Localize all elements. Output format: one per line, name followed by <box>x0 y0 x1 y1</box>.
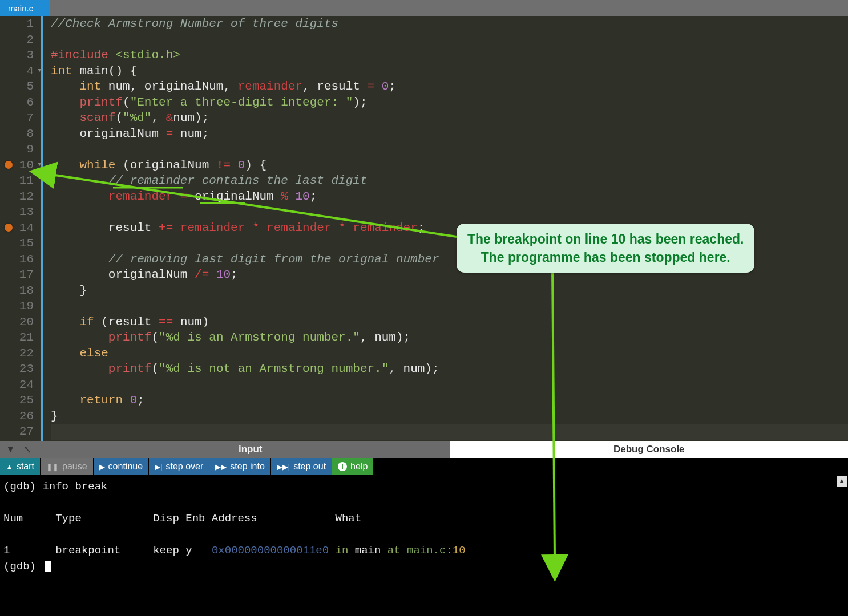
line-number[interactable]: 3 <box>0 47 34 63</box>
panel-tabs: ▼ ⤡ input Debug Console <box>0 441 848 458</box>
line-number[interactable]: 9 <box>0 141 34 157</box>
code-line[interactable]: } <box>51 283 848 299</box>
line-number[interactable]: 21 <box>0 330 34 346</box>
step-into-icon: ▶▶ <box>215 463 227 471</box>
line-number[interactable]: 20 <box>0 314 34 330</box>
line-number[interactable]: 18 <box>0 283 34 299</box>
continue-label: continue <box>108 461 143 472</box>
tab-input[interactable]: input <box>51 441 450 458</box>
line-number[interactable]: 6 <box>0 95 34 111</box>
code-line[interactable]: return 0; <box>51 392 848 408</box>
code-line[interactable]: printf("%d is an Armstrong number.", num… <box>51 330 848 346</box>
step-into-label: step into <box>230 461 264 472</box>
line-number[interactable]: 4▾ <box>0 63 34 79</box>
callout-line-2: The programme has been stopped here. <box>467 248 744 266</box>
console-header: Num Type Disp Enb Address What <box>3 510 845 526</box>
step-out-label: step out <box>293 461 326 472</box>
console-prompt[interactable]: (gdb) <box>3 558 845 574</box>
pause-label: pause <box>62 461 87 472</box>
line-number[interactable]: 22 <box>0 346 34 362</box>
code-line[interactable]: scanf("%d", &num); <box>51 110 848 126</box>
code-line[interactable] <box>51 141 848 157</box>
line-number[interactable]: 24 <box>0 377 34 393</box>
code-line[interactable] <box>51 32 848 48</box>
text-caret <box>45 561 51 572</box>
breakpoint-icon[interactable] <box>5 161 13 169</box>
callout-line-1: The breakpoint on line 10 has been reach… <box>467 230 744 248</box>
code-line[interactable]: //Check Armstrong Number of three digits <box>51 16 848 32</box>
line-number[interactable]: 16 <box>0 252 34 268</box>
console-breakpoint-row: 1 breakpoint keep y 0x00000000000011e0 i… <box>3 542 845 558</box>
code-line[interactable] <box>51 377 848 393</box>
line-number[interactable]: 14 <box>0 220 34 236</box>
step-over-icon: ▶| <box>155 463 162 471</box>
start-button[interactable]: ▲ start <box>0 458 41 475</box>
line-number[interactable]: 15 <box>0 236 34 252</box>
code-line[interactable] <box>51 204 848 220</box>
line-number[interactable]: 26 <box>0 408 34 424</box>
debug-toolbar: ▲ start ❚❚ pause ▶ continue ▶| step over… <box>0 458 848 475</box>
console-line: (gdb) info break <box>3 479 845 495</box>
line-number[interactable]: 7 <box>0 110 34 126</box>
line-number[interactable]: 27 <box>0 424 34 440</box>
console-scrollbar[interactable]: ▲ <box>837 476 847 487</box>
info-icon: i <box>338 462 347 471</box>
code-line[interactable]: if (result == num) <box>51 314 848 330</box>
line-number[interactable]: 13 <box>0 204 34 220</box>
line-number[interactable]: 2 <box>0 32 34 48</box>
fold-icon[interactable]: ▾ <box>37 157 42 173</box>
code-line[interactable]: // remainder contains the last digit <box>51 173 848 189</box>
line-number[interactable]: 23 <box>0 361 34 377</box>
step-out-icon: ▶▶| <box>277 463 290 471</box>
play-icon: ▶ <box>99 463 105 471</box>
code-line[interactable]: remainder = originalNum % 10; <box>51 189 848 205</box>
step-out-button[interactable]: ▶▶| step out <box>271 458 332 475</box>
line-number[interactable]: 10▾ <box>0 157 34 173</box>
step-over-label: step over <box>165 461 203 472</box>
code-line[interactable]: printf("%d is not an Armstrong number.",… <box>51 361 848 377</box>
console-line <box>3 526 845 542</box>
tab-label: main.c <box>8 3 33 13</box>
line-number[interactable]: 8 <box>0 126 34 142</box>
code-line[interactable]: int num, originalNum, remainder, result … <box>51 79 848 95</box>
start-label: start <box>17 461 34 472</box>
debug-console[interactable]: (gdb) info break Num Type Disp Enb Addre… <box>0 475 848 616</box>
fold-icon[interactable]: ▾ <box>37 63 42 79</box>
code-line[interactable]: printf("Enter a three-digit integer: "); <box>51 95 848 111</box>
help-button[interactable]: i help <box>332 458 374 475</box>
line-number[interactable]: 11 <box>0 173 34 189</box>
code-line[interactable]: int main() { <box>51 63 848 79</box>
tab-main-c[interactable]: main.c <box>0 0 50 16</box>
expand-icon[interactable]: ⤡ <box>23 444 31 456</box>
console-line <box>3 495 845 510</box>
step-into-button[interactable]: ▶▶ step into <box>209 458 270 475</box>
line-number[interactable]: 17 <box>0 267 34 283</box>
eject-icon: ▲ <box>6 463 13 471</box>
code-line[interactable]: #include <stdio.h> <box>51 47 848 63</box>
help-label: help <box>350 461 368 472</box>
code-line[interactable]: while (originalNum != 0) { <box>51 157 848 173</box>
pause-icon: ❚❚ <box>46 463 59 471</box>
step-over-button[interactable]: ▶| step over <box>149 458 209 475</box>
editor-gutter[interactable]: 1234▾5678910▾111213141516171819202122232… <box>0 16 43 441</box>
tab-input-label: input <box>239 444 263 455</box>
continue-button[interactable]: ▶ continue <box>94 458 150 475</box>
annotation-callout: The breakpoint on line 10 has been reach… <box>457 224 754 273</box>
code-line[interactable]: else <box>51 346 848 362</box>
pause-button[interactable]: ❚❚ pause <box>41 458 94 475</box>
code-line[interactable] <box>51 424 848 440</box>
code-line[interactable]: originalNum = num; <box>51 126 848 142</box>
line-number[interactable]: 25 <box>0 392 34 408</box>
line-number[interactable]: 19 <box>0 298 34 314</box>
tab-debug-label: Debug Console <box>613 444 685 455</box>
code-line[interactable] <box>51 298 848 314</box>
tab-bar: main.c <box>0 0 848 16</box>
code-line[interactable]: } <box>51 408 848 424</box>
line-number[interactable]: 12 <box>0 189 34 205</box>
breakpoint-icon[interactable] <box>5 224 13 232</box>
collapse-icon[interactable]: ▼ <box>6 444 15 455</box>
line-number[interactable]: 5 <box>0 79 34 95</box>
tab-debug-console[interactable]: Debug Console <box>450 441 849 458</box>
line-number[interactable]: 1 <box>0 16 34 32</box>
scroll-up-icon[interactable]: ▲ <box>837 476 847 487</box>
